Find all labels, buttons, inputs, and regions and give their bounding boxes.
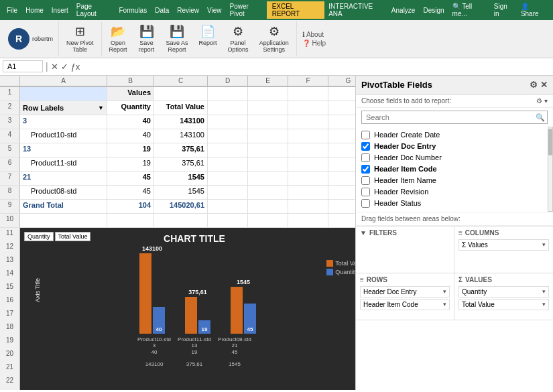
- cell-f2[interactable]: [288, 101, 328, 115]
- cell-d3[interactable]: [208, 115, 248, 129]
- cell-b9[interactable]: 104: [107, 200, 154, 213]
- cell-a4[interactable]: Product10-std: [20, 129, 107, 143]
- cell-b1[interactable]: Values: [107, 87, 154, 101]
- tab-analyze[interactable]: Analyze: [387, 5, 420, 15]
- field-item-status[interactable]: Header Status: [361, 198, 548, 209]
- cell-b7[interactable]: 45: [107, 172, 154, 185]
- panel-options-button[interactable]: ⚙ PanelOptions: [223, 23, 253, 55]
- bar-total-1[interactable]: [139, 253, 151, 334]
- pivot-settings-icon[interactable]: ⚙ ▾: [536, 97, 548, 105]
- cell-d4[interactable]: [208, 129, 248, 143]
- cell-f8[interactable]: [288, 186, 328, 199]
- cell-e2[interactable]: [248, 101, 288, 115]
- sign-in[interactable]: Sign in: [490, 1, 517, 19]
- quantity-legend-btn[interactable]: Quantity: [24, 232, 54, 241]
- values-quantity-chevron-icon[interactable]: ▾: [542, 288, 546, 295]
- cell-g10[interactable]: [328, 214, 355, 227]
- rows-item-code-chevron-icon[interactable]: ▾: [443, 301, 446, 308]
- cell-d8[interactable]: [208, 186, 248, 199]
- field-item-item-name[interactable]: Header Item Name: [361, 175, 548, 186]
- tell-me[interactable]: 🔍 Tell me...: [448, 1, 490, 19]
- cell-d5[interactable]: [208, 143, 248, 157]
- cell-g9[interactable]: [328, 200, 355, 213]
- field-checkbox-item-name[interactable]: [361, 176, 370, 185]
- cell-e9[interactable]: [248, 200, 288, 213]
- values-total-chevron-icon[interactable]: ▾: [542, 301, 546, 308]
- app-settings-button[interactable]: ⚙ ApplicationSettings: [255, 23, 294, 55]
- cell-a1[interactable]: [20, 87, 107, 101]
- save-as-report-button[interactable]: 💾 Save AsReport: [162, 23, 193, 55]
- cell-g3[interactable]: [328, 115, 355, 129]
- col-header-f[interactable]: F: [288, 76, 328, 86]
- cell-a7[interactable]: 21: [20, 172, 107, 185]
- help-link[interactable]: ❓ Help: [302, 39, 326, 48]
- cell-c8[interactable]: 1545: [154, 186, 208, 199]
- cell-a8[interactable]: Product08-std: [20, 186, 107, 199]
- col-header-g[interactable]: G: [328, 76, 355, 86]
- cell-c1[interactable]: [154, 87, 208, 101]
- col-header-b[interactable]: B: [107, 76, 154, 86]
- cell-e10[interactable]: [248, 214, 288, 227]
- field-checkbox-doc-number[interactable]: [361, 153, 370, 162]
- rows-doc-entry-item[interactable]: Header Doc Entry ▾: [360, 286, 450, 298]
- cell-g8[interactable]: [328, 186, 355, 199]
- cell-f10[interactable]: [288, 214, 328, 227]
- field-checkbox-create-date[interactable]: [361, 131, 370, 139]
- bar-total-3[interactable]: [231, 287, 243, 334]
- cell-f7[interactable]: [288, 172, 328, 185]
- cell-g6[interactable]: [328, 157, 355, 171]
- field-item-doc-number[interactable]: Header Doc Number: [361, 152, 548, 164]
- cell-a3[interactable]: 3: [20, 115, 107, 129]
- cell-d6[interactable]: [208, 157, 248, 171]
- cell-c2[interactable]: Total Value: [154, 101, 208, 115]
- field-checkbox-doc-entry[interactable]: [361, 142, 370, 151]
- tab-excel-report[interactable]: EXCEL REPORT: [267, 1, 325, 19]
- col-header-a[interactable]: A: [20, 76, 107, 86]
- cell-b5[interactable]: 19: [107, 143, 154, 157]
- cell-b3[interactable]: 40: [107, 115, 154, 129]
- cell-d2[interactable]: [208, 101, 248, 115]
- cell-b2[interactable]: Quantity: [107, 101, 154, 115]
- field-item-revision[interactable]: Header Revision: [361, 186, 548, 198]
- cancel-formula-icon[interactable]: ✕: [51, 62, 58, 72]
- report-button[interactable]: 📄 Report: [194, 23, 222, 55]
- cell-f1[interactable]: [288, 87, 328, 101]
- bar-qty-2[interactable]: 19: [198, 320, 210, 334]
- cell-b4[interactable]: 40: [107, 129, 154, 143]
- field-checkbox-status[interactable]: [361, 199, 370, 208]
- cell-a10[interactable]: [20, 214, 107, 227]
- pivot-gear-icon[interactable]: ⚙: [530, 80, 538, 90]
- col-header-c[interactable]: C: [154, 76, 208, 86]
- rows-item-code-item[interactable]: Header Item Code ▾: [360, 299, 450, 310]
- pivot-search-input[interactable]: [361, 111, 548, 124]
- about-link[interactable]: ℹ About: [302, 30, 326, 39]
- formula-input[interactable]: [82, 61, 550, 72]
- insert-function-icon[interactable]: ƒx: [71, 62, 80, 72]
- cell-d1[interactable]: [208, 87, 248, 101]
- tab-power-pivot[interactable]: Power Pivot: [226, 1, 267, 19]
- cell-d7[interactable]: [208, 172, 248, 185]
- cell-reference-input[interactable]: [3, 60, 43, 72]
- cell-e7[interactable]: [248, 172, 288, 185]
- cell-d10[interactable]: [208, 214, 248, 227]
- field-checkbox-item-code[interactable]: [361, 165, 370, 174]
- cell-f6[interactable]: [288, 157, 328, 171]
- pivot-close-icon[interactable]: ✕: [540, 80, 548, 90]
- confirm-formula-icon[interactable]: ✓: [61, 62, 68, 72]
- new-pivot-button[interactable]: ⊞ New PivotTable: [62, 23, 99, 55]
- cell-c10[interactable]: [154, 214, 208, 227]
- tab-insert[interactable]: Insert: [48, 5, 72, 15]
- bar-qty-3[interactable]: 45: [244, 304, 256, 334]
- chart-container[interactable]: Quantity Total Value CHART TITLE Axis Ti…: [20, 228, 355, 390]
- fields-scrollbar[interactable]: [548, 127, 553, 212]
- bar-total-2[interactable]: [185, 297, 197, 334]
- cell-e6[interactable]: [248, 157, 288, 171]
- tab-home[interactable]: Home: [21, 5, 48, 15]
- share-btn[interactable]: 👤 Share: [517, 1, 550, 19]
- tab-formulas[interactable]: Formulas: [115, 5, 151, 15]
- cell-f9[interactable]: [288, 200, 328, 213]
- cell-a5[interactable]: 13: [20, 143, 107, 157]
- cell-e3[interactable]: [248, 115, 288, 129]
- field-item-doc-entry[interactable]: Header Doc Entry: [361, 141, 548, 152]
- col-header-e[interactable]: E: [248, 76, 288, 86]
